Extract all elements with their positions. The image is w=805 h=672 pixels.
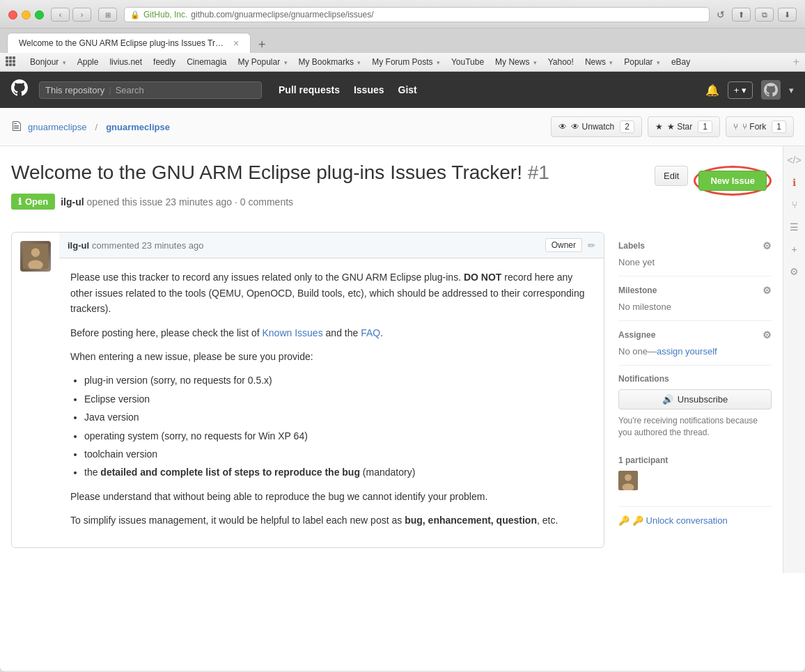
bookmark-mynews[interactable]: My News ▾ [490, 56, 542, 68]
comment-para5: To simplify issues management, it would … [70, 513, 593, 528]
nav-buttons: ‹ › [51, 8, 91, 22]
tab-title: Welcome to the GNU ARM Eclipse plug-ins … [19, 38, 228, 48]
new-tab-button[interactable]: + [253, 36, 270, 53]
maximize-button[interactable] [35, 10, 44, 19]
assignee-section: Assignee ⚙ No one—assign yourself [618, 321, 772, 366]
new-issue-highlight: New Issue [694, 166, 772, 196]
plus-icon[interactable]: + [788, 241, 799, 258]
issue-body-layout: ilg-ul commented 23 minutes ago Owner ✏ [11, 232, 772, 559]
table-icon[interactable]: ☰ [787, 219, 802, 235]
repo-name-section: gnuarmeclipse / gnuarmeclipse [11, 120, 170, 134]
bookmark-news[interactable]: News ▾ [580, 56, 618, 68]
back-button[interactable]: ‹ [51, 8, 70, 22]
comment-header: ilg-ul commented 23 minutes ago Owner ✏ [59, 233, 604, 258]
browser-titlebar: ‹ › ⊞ 🔒 GitHub, Inc. github.com/gnuarmec… [0, 0, 805, 29]
star-button[interactable]: ★ ★ Star 1 [648, 116, 720, 137]
svg-point-4 [625, 474, 632, 481]
comment-author[interactable]: ilg-ul [68, 240, 89, 251]
unlock-conversation-button[interactable]: 🔑 🔑 Unlock conversation [618, 515, 728, 526]
pr-icon[interactable]: ⑂ [789, 196, 800, 213]
unlock-section: 🔑 🔑 Unlock conversation [618, 506, 772, 534]
fork-button[interactable]: ⑂ ⑂ Fork 1 [726, 116, 794, 137]
speaker-icon: 🔊 [662, 394, 673, 405]
url-prefix: GitHub, Inc. [143, 10, 187, 19]
bookmark-livius[interactable]: livius.net [104, 56, 147, 68]
notifications-section: Notifications 🔊 Unsubscribe You're recei… [618, 366, 772, 447]
nav-gist[interactable]: Gist [398, 84, 417, 95]
participants-label: 1 participant [618, 455, 772, 465]
bookmark-feedly[interactable]: feedly [148, 56, 180, 68]
comment-body: Please use this tracker to record any is… [59, 258, 604, 547]
traffic-lights [8, 10, 44, 19]
search-box[interactable]: This repository | Search [39, 81, 262, 99]
bookmark-ebay[interactable]: eBay [666, 56, 695, 68]
forward-button[interactable]: › [72, 8, 91, 22]
comment-box: ilg-ul commented 23 minutes ago Owner ✏ [11, 232, 604, 548]
known-issues-link[interactable]: Known Issues [263, 327, 323, 338]
comment-para1: Please use this tracker to record any is… [70, 269, 593, 316]
bookmark-mypopular2[interactable]: Popular ▾ [619, 56, 665, 68]
new-issue-button[interactable]: New Issue [698, 171, 767, 191]
repo-owner-link[interactable]: gnuarmeclipse [28, 122, 87, 132]
user-avatar-header[interactable] [761, 80, 781, 100]
tab-bar: Welcome to the GNU ARM Eclipse plug-ins … [0, 29, 805, 53]
list-item-bold: the detailed and complete list of steps … [84, 464, 593, 480]
search-repo-label: This repository [45, 85, 104, 95]
star-icon: ★ [655, 122, 663, 132]
fork-count: 1 [772, 120, 786, 133]
issue-author[interactable]: ilg-ul [61, 196, 84, 208]
address-bar[interactable]: 🔒 GitHub, Inc. github.com/gnuarmeclipse/… [124, 7, 710, 22]
minimize-button[interactable] [22, 10, 31, 19]
bookmarks-add[interactable]: + [793, 56, 799, 68]
bookmark-yahoo[interactable]: Yahoo! [543, 56, 579, 68]
faq-link[interactable]: FAQ [361, 327, 380, 338]
bookmark-forum[interactable]: My Forum Posts ▾ [367, 56, 445, 68]
info-icon[interactable]: ℹ [790, 174, 799, 191]
gear-icon[interactable]: ⚙ [787, 263, 802, 280]
unsubscribe-button[interactable]: 🔊 Unsubscribe [618, 389, 772, 409]
notifications-text: You're receiving notifications because y… [618, 415, 772, 439]
github-logo[interactable] [11, 79, 28, 100]
download-button[interactable]: ⬇ [778, 8, 797, 22]
bookmark-bonjour[interactable]: Bonjour ▾ [25, 56, 71, 68]
avatar-dropdown-arrow[interactable]: ▾ [789, 85, 794, 95]
tab-close-button[interactable]: × [233, 38, 239, 49]
milestone-section: Milestone ⚙ No milestone [618, 276, 772, 321]
header-right: 🔔 + ▾ ▾ [705, 80, 794, 100]
reader-button[interactable]: ⊞ [98, 8, 117, 22]
bookmark-cinemagia[interactable]: Cinemagia [182, 56, 231, 68]
share-button[interactable]: ⬆ [732, 8, 751, 22]
bookmark-popular[interactable]: My Popular ▾ [233, 56, 292, 68]
code-icon[interactable]: </> [784, 152, 804, 169]
list-item: operating system (sorry, no requests for… [84, 428, 593, 444]
edit-button[interactable]: Edit [655, 166, 688, 186]
repo-name-link[interactable]: gnuarmeclipse [106, 122, 170, 132]
labels-gear-icon[interactable]: ⚙ [763, 240, 772, 251]
milestone-header: Milestone ⚙ [618, 285, 772, 296]
lock-icon: 🔒 [130, 10, 140, 19]
list-item: toolchain version [84, 446, 593, 462]
issue-title-block: Welcome to the GNU ARM Eclipse plug-ins … [11, 160, 655, 224]
labels-header: Labels ⚙ [618, 240, 772, 251]
labels-none: None yet [618, 257, 772, 267]
create-new-button[interactable]: + ▾ [728, 81, 753, 99]
comment-edit-icon[interactable]: ✏ [588, 240, 595, 251]
active-tab[interactable]: Welcome to the GNU ARM Eclipse plug-ins … [7, 33, 251, 53]
reload-button[interactable]: ↺ [717, 9, 725, 20]
bookmark-apple[interactable]: Apple [72, 56, 104, 68]
close-button[interactable] [8, 10, 17, 19]
bookmark-bookmarks[interactable]: My Bookmarks ▾ [294, 56, 366, 68]
window-button[interactable]: ⧉ [755, 8, 774, 22]
nav-pull-requests[interactable]: Pull requests [279, 84, 340, 95]
milestone-gear-icon[interactable]: ⚙ [763, 285, 772, 296]
bookmark-youtube[interactable]: YouTube [446, 56, 489, 68]
assignee-none: No one—assign yourself [618, 346, 772, 357]
assignee-gear-icon[interactable]: ⚙ [763, 329, 772, 341]
nav-issues[interactable]: Issues [354, 84, 384, 95]
svg-point-1 [31, 249, 40, 258]
comment-para3: When entering a new issue, please be sur… [70, 349, 593, 364]
notifications-bell[interactable]: 🔔 [705, 84, 719, 97]
github-header: This repository | Search Pull requests I… [0, 72, 805, 108]
assign-yourself-link[interactable]: assign yourself [657, 346, 717, 357]
unwatch-button[interactable]: 👁 👁 Unwatch 2 [551, 116, 642, 137]
